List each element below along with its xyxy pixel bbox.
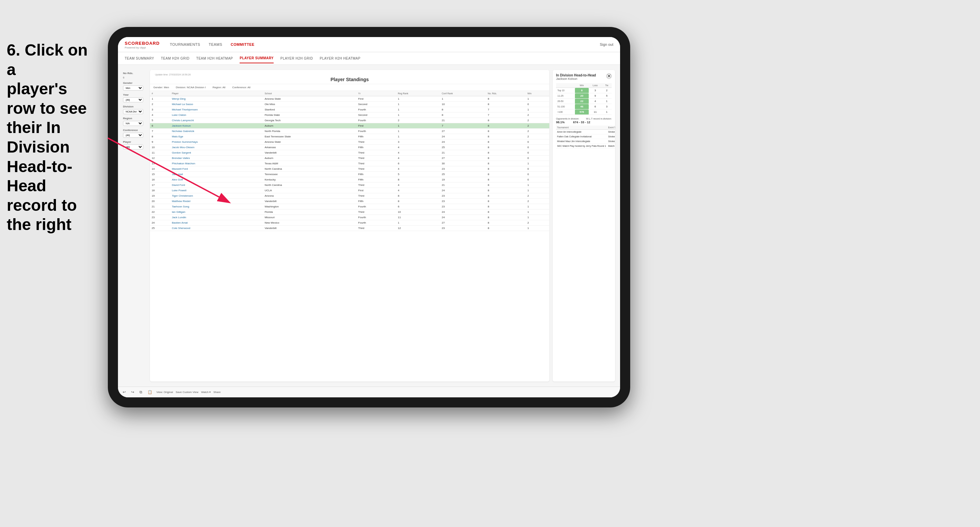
- table-row[interactable]: 4 Luke Claton Florida State Second 1 8 7…: [150, 113, 549, 118]
- cell-num: 3: [150, 107, 170, 113]
- cell-player: Christo Lamprecht: [170, 118, 263, 123]
- year-select[interactable]: (All): [123, 97, 143, 102]
- cell-reg-rank: 4: [396, 183, 440, 188]
- watch-btn[interactable]: Watch ▾: [201, 390, 211, 394]
- sign-out-button[interactable]: Sign out: [600, 43, 613, 46]
- cell-yr: Third: [356, 166, 396, 172]
- division-select[interactable]: NCAA Division I: [123, 109, 143, 114]
- table-row[interactable]: 8 Mats Ege East Tennessee State Fifth 1 …: [150, 134, 549, 140]
- share-btn[interactable]: Share: [213, 390, 220, 394]
- table-row[interactable]: 16 Alex Goff Kentucky Fifth 8 19 8 0: [150, 177, 549, 183]
- cell-num: 13: [150, 161, 170, 166]
- table-row[interactable]: 6 Jackson Koivun Auburn First 1 7 8 2: [150, 123, 549, 129]
- event-type-2: Stroke Play: [607, 134, 615, 139]
- cell-num: 6: [150, 123, 170, 129]
- col-school: School: [263, 91, 356, 96]
- cell-player: Jacob Mou-Olesen: [170, 145, 263, 150]
- cell-reg-rank: 4: [396, 166, 440, 172]
- cell-win: 2: [526, 118, 549, 123]
- table-row[interactable]: 11 Gordon Sargent Vanderbilt Third 4 21 …: [150, 150, 549, 156]
- copy-button[interactable]: ⧉: [138, 389, 143, 395]
- paste-button[interactable]: 📋: [146, 389, 154, 395]
- h2h-row-100plus[interactable]: >100 578 11 1: [556, 110, 612, 115]
- cell-player: David Ford: [170, 183, 263, 188]
- sub-nav-team-h2h-grid[interactable]: TEAM H2H GRID: [161, 54, 190, 63]
- tournament-name-1: Amer Ari Intercollegiate: [556, 130, 607, 134]
- sub-nav-team-h2h-heatmap[interactable]: TEAM H2H HEATMAP: [196, 54, 233, 63]
- cell-yr: Fourth: [356, 118, 396, 123]
- nav-item-teams[interactable]: TEAMS: [208, 41, 222, 48]
- tournament-row[interactable]: SEC Match Play hosted by Jerry Pata Roun…: [556, 144, 615, 149]
- h2h-win-top10: 8: [575, 88, 589, 93]
- player-select[interactable]: (All): [123, 144, 143, 149]
- table-row[interactable]: 14 Maxwell Ford North Carolina Third 4 2…: [150, 166, 549, 172]
- cell-school: Kentucky: [263, 177, 356, 183]
- table-row[interactable]: 19 Tiger Christensen Arizona Third 8 23 …: [150, 193, 549, 199]
- cell-school: UCLA: [263, 188, 356, 193]
- logo-sub: Powered by clippi: [125, 46, 160, 49]
- sub-nav-player-summary[interactable]: PLAYER SUMMARY: [240, 54, 274, 63]
- gender-label: Gender: [123, 81, 146, 84]
- table-row[interactable]: 22 Ian Gilligan Florida Third 10 24 8 1: [150, 210, 549, 215]
- cell-win: 1: [526, 210, 549, 215]
- tournament-row[interactable]: Amer Ari Intercollegiate Stroke Play 4 -…: [556, 130, 615, 134]
- cell-player: Alex Goff: [170, 177, 263, 183]
- instruction-text: 6. Click on a player's row to see their …: [0, 34, 98, 241]
- cell-yr: Second: [356, 102, 396, 107]
- cell-conf-rank: 23: [440, 199, 486, 204]
- cell-player: Jackson Koivun: [170, 123, 263, 129]
- table-row[interactable]: 12 Brendan Valles Auburn Third 4 27 8 0: [150, 156, 549, 161]
- cell-win: 2: [526, 199, 549, 204]
- filter-division-section: Division NCAA Division I: [123, 105, 146, 114]
- table-row[interactable]: 20 Matthew Riedel Vanderbilt Fifth 8 23 …: [150, 199, 549, 204]
- h2h-row-11-25[interactable]: 11-25 20 9 5: [556, 93, 612, 98]
- view-original-btn[interactable]: View: Original: [156, 390, 173, 394]
- nav-item-tournaments[interactable]: TOURNAMENTS: [170, 41, 200, 48]
- save-custom-btn[interactable]: Save Custom View: [176, 390, 198, 394]
- h2h-title: In Division Head-to-Head: [556, 73, 596, 77]
- table-row[interactable]: 1 Wenyi Ding Arizona State First 1 1 8 1: [150, 96, 549, 102]
- undo-button[interactable]: ↩: [121, 389, 127, 395]
- h2h-row-26-50[interactable]: 26-50 22 4 1: [556, 98, 612, 104]
- table-row[interactable]: 9 Preston Summerhays Arizona State Third…: [150, 140, 549, 145]
- cell-yr: Third: [356, 161, 396, 166]
- redo-button[interactable]: ↪: [130, 389, 135, 395]
- gender-select[interactable]: Men: [123, 86, 143, 90]
- cell-num: 25: [150, 225, 170, 231]
- region-select[interactable]: N/A: [123, 121, 143, 126]
- table-row[interactable]: 5 Christo Lamprecht Georgia Tech Fourth …: [150, 118, 549, 123]
- table-row[interactable]: 13 Phichaksn Maichon Texas A&M Third 6 3…: [150, 161, 549, 166]
- table-row[interactable]: 2 Michael La Sasso Ole Miss Second 1 10 …: [150, 102, 549, 107]
- opponents-label: Opponents in division:: [556, 117, 579, 120]
- cell-player: Jack Lundin: [170, 215, 263, 220]
- sub-nav-player-h2h-grid[interactable]: PLAYER H2H GRID: [280, 54, 313, 63]
- sub-nav-team-summary[interactable]: TEAM SUMMARY: [125, 54, 154, 63]
- table-row[interactable]: 17 David Ford North Carolina Third 4 21 …: [150, 183, 549, 188]
- table-row[interactable]: 24 Bastien Amat New Mexico Fourth 1 27 8…: [150, 220, 549, 225]
- cell-conf-rank: 10: [440, 102, 486, 107]
- close-button[interactable]: ✕: [606, 73, 612, 79]
- cell-conf-rank: 24: [440, 210, 486, 215]
- table-row[interactable]: 23 Jack Lundin Missouri Fourth 11 24 8 1: [150, 215, 549, 220]
- h2h-row-top10[interactable]: Top 10 8 3 2: [556, 88, 612, 93]
- h2h-row-51-100[interactable]: 51-100 46 6 3: [556, 104, 612, 110]
- table-row[interactable]: 3 Michael Thorbjornsen Stanford Fourth 1…: [150, 107, 549, 113]
- toolbar: ↩ ↪ ⧉ 📋 View: Original Save Custom View …: [118, 387, 620, 397]
- cell-school: Georgia Tech: [263, 118, 356, 123]
- table-row[interactable]: 25 Cole Sherwood Vanderbilt Third 12 23 …: [150, 225, 549, 231]
- table-row[interactable]: 18 Luke Powell UCLA First 4 24 8 1: [150, 188, 549, 193]
- tournament-row[interactable]: Mirabel Maui Jim Intercollegiate Stroke …: [556, 139, 615, 144]
- table-row[interactable]: 10 Jacob Mou-Olesen Arkansas Fifth 4 25 …: [150, 145, 549, 150]
- table-row[interactable]: 7 Nicholas Gabrelcik North Florida Fourt…: [150, 129, 549, 134]
- cell-rds: 8: [486, 134, 526, 140]
- sub-nav-player-h2h-heatmap[interactable]: PLAYER H2H HEATMAP: [320, 54, 361, 63]
- h2h-tie-top10: 2: [602, 88, 612, 93]
- conference-select[interactable]: (All): [123, 133, 143, 138]
- cell-school: Texas A&M: [263, 161, 356, 166]
- cell-conf-rank: 24: [440, 134, 486, 140]
- table-row[interactable]: 15 Jake Hall Tennessee Fifth 5 25 8 0: [150, 172, 549, 177]
- table-row[interactable]: 21 Taehoon Song Washington Fourth 6 23 8…: [150, 204, 549, 210]
- nav-item-committee[interactable]: COMMITTEE: [231, 41, 255, 48]
- cell-reg-rank: 8: [396, 199, 440, 204]
- tournament-row[interactable]: Fallen Oak Collegiate Invitational Strok…: [556, 134, 615, 139]
